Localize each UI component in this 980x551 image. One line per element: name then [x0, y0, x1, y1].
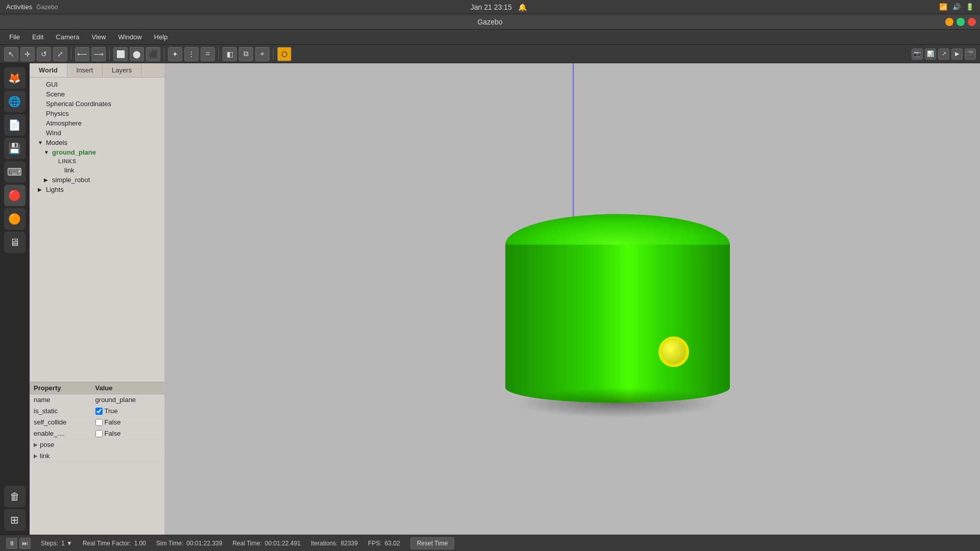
isstatic-checkbox[interactable] [95, 408, 103, 415]
menu-item-window[interactable]: Window [113, 31, 147, 43]
cylinder-wrapper [505, 214, 730, 403]
tree-spherical[interactable]: Spherical Coordinates [30, 99, 164, 109]
pause-button[interactable]: ⏸ [6, 538, 17, 549]
3d-viewport[interactable] [165, 63, 980, 535]
tree-link[interactable]: link [30, 165, 164, 175]
left-dock: 🦊 🌐 📄 💾 ⌨ 🔴 🟠 🖥 🗑 ⊞ [0, 63, 30, 535]
sphere-shape-button[interactable]: ⬤ [130, 47, 144, 61]
tree-ground-plane[interactable]: ▼ ground_plane [30, 147, 164, 157]
origin-button[interactable]: ⌖ [255, 47, 270, 61]
menu-item-edit[interactable]: Edit [27, 31, 48, 43]
tree-scene[interactable]: Scene [30, 89, 164, 99]
titlebar: Gazebo [0, 14, 980, 30]
volume-icon: 🔊 [952, 3, 961, 11]
fps-display: FPS: 63.02 [368, 540, 400, 547]
record-button[interactable]: 🎬 [965, 48, 976, 60]
rotate-tool-button[interactable]: ↺ [37, 47, 51, 61]
reset-time-button[interactable]: Reset Time [410, 537, 455, 549]
tree-physics-label: Physics [46, 110, 69, 117]
iter-value: 82339 [341, 540, 358, 547]
prop-name-value[interactable]: ground_plane [91, 394, 164, 406]
step-button[interactable]: ⏭ [19, 538, 31, 549]
tree-lights-label: Lights [46, 186, 64, 193]
window-controls[interactable] [945, 18, 976, 26]
dock-monitor[interactable]: 🖥 [4, 232, 26, 253]
cylinder-shape-button[interactable]: ⬛ [146, 47, 160, 61]
snap-button[interactable]: ⌗ [201, 47, 215, 61]
dock-firefox[interactable]: 🦊 [4, 67, 26, 89]
dock-trash[interactable]: 🗑 [4, 486, 26, 507]
redo-button[interactable]: ⟶ [91, 47, 106, 61]
steps-dropdown[interactable]: 1 ▼ [61, 540, 72, 547]
enable-checkbox[interactable] [95, 430, 103, 437]
minimize-button[interactable] [945, 18, 953, 26]
prop-enable-value[interactable]: False [91, 428, 164, 439]
play-icon-button[interactable]: ▶ [951, 48, 963, 60]
window-title: Gazebo [477, 18, 502, 26]
tree-atmosphere[interactable]: Atmosphere [30, 118, 164, 128]
menu-item-file[interactable]: File [4, 31, 25, 43]
highlight-button[interactable]: ⬡ [277, 47, 291, 61]
rtf-label: Real Time Factor: [83, 540, 131, 547]
tree-lights[interactable]: ▶ Lights [30, 185, 164, 194]
dock-terminal[interactable]: ⌨ [4, 161, 26, 183]
pose-expand-arrow[interactable]: ▶ [34, 442, 38, 447]
dock-browser[interactable]: 🌐 [4, 91, 26, 112]
dock-gazebo[interactable]: 🔴 [4, 185, 26, 206]
toolbar-separator-4 [218, 48, 219, 60]
light-button[interactable]: ✦ [168, 47, 182, 61]
select-tool-button[interactable]: ↖ [4, 47, 18, 61]
simtime-label: Sim Time: [156, 540, 183, 547]
tab-insert[interactable]: Insert [67, 63, 103, 77]
tree-wind[interactable]: Wind [30, 128, 164, 138]
power-icon: 🔋 [966, 3, 974, 11]
menu-item-view[interactable]: View [87, 31, 111, 43]
menubar: FileEditCameraViewWindowHelp [0, 30, 980, 45]
topbar-center: Jan 21 23:15 🔔 [471, 3, 527, 11]
dock-grid[interactable]: ⊞ [4, 509, 26, 531]
link-expand-arrow[interactable]: ▶ [34, 453, 38, 459]
maximize-button[interactable] [957, 18, 965, 26]
translate-tool-button[interactable]: ✛ [20, 47, 35, 61]
tab-layers[interactable]: Layers [103, 63, 141, 77]
main-content: 🦊 🌐 📄 💾 ⌨ 🔴 🟠 🖥 🗑 ⊞ World Insert Layers … [0, 63, 980, 535]
steps-dropdown-arrow[interactable]: ▼ [66, 540, 72, 547]
tree-link-label: link [64, 166, 75, 174]
toolbar-separator-1 [71, 48, 71, 60]
menu-item-camera[interactable]: Camera [51, 31, 84, 43]
chart-button[interactable]: 📊 [925, 48, 936, 60]
undo-button[interactable]: ⟵ [75, 47, 89, 61]
mesh-button[interactable]: ⋮ [184, 47, 199, 61]
tab-world[interactable]: World [30, 63, 67, 77]
selfcollide-checkbox[interactable] [95, 419, 103, 426]
tree-gui-label: GUI [46, 81, 58, 88]
tree-gui[interactable]: GUI [30, 80, 164, 89]
expand-button[interactable]: ↗ [938, 48, 949, 60]
prop-selfcollide-value[interactable]: False [91, 417, 164, 428]
realtime-value: 00:01:22.491 [265, 540, 301, 547]
prop-isstatic-value[interactable]: True [91, 406, 164, 417]
dock-text-editor[interactable]: 📄 [4, 114, 26, 136]
scale-tool-button[interactable]: ⤢ [53, 47, 67, 61]
tree-models[interactable]: ▼ Models [30, 138, 164, 147]
box-shape-button[interactable]: ⬜ [113, 47, 128, 61]
activities-label[interactable]: Activities [6, 3, 32, 11]
datetime-display: Jan 21 23:15 [471, 3, 512, 11]
dock-orange[interactable]: 🟠 [4, 208, 26, 230]
fps-value: 63.02 [385, 540, 400, 547]
toolbar-separator-3 [164, 48, 164, 60]
screenshot-button[interactable]: 📷 [912, 48, 923, 60]
close-button[interactable] [968, 18, 976, 26]
tree-links[interactable]: LINKS [30, 157, 164, 165]
align-button[interactable]: ◧ [223, 47, 237, 61]
tree-physics[interactable]: Physics [30, 109, 164, 118]
snap2-button[interactable]: ⧉ [239, 47, 253, 61]
tree-simple-robot[interactable]: ▶ simple_robot [30, 175, 164, 185]
tree-spherical-label: Spherical Coordinates [46, 100, 111, 108]
steps-display: Steps: 1 ▼ [41, 540, 72, 547]
arrow-models: ▼ [38, 140, 44, 145]
dock-files[interactable]: 💾 [4, 138, 26, 159]
rtf-value: 1.00 [134, 540, 146, 547]
menu-item-help[interactable]: Help [149, 31, 173, 43]
prop-link-value [91, 450, 164, 462]
